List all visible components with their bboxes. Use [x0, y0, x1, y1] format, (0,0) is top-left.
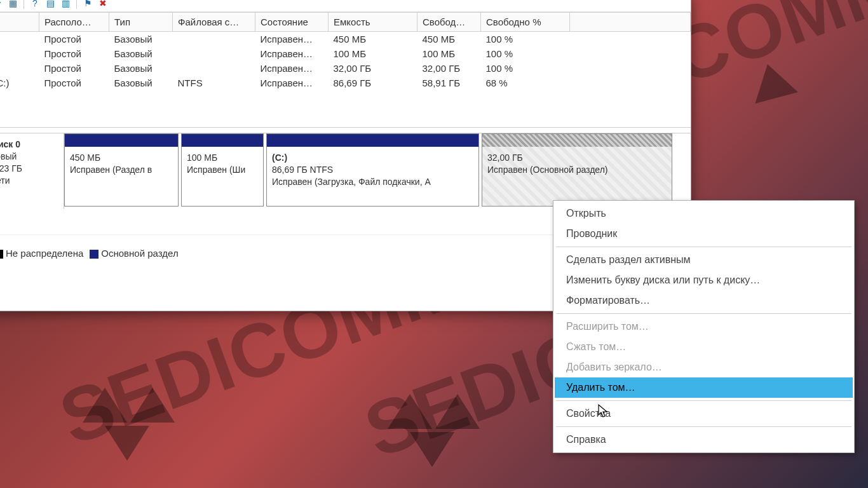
disk-title: Диск 0 [0, 139, 20, 149]
table-cell: Простой [39, 76, 109, 90]
toolbar-separator [76, 0, 77, 9]
disk-partitions: 450 МБИсправен (Раздел в100 МБИсправен (… [64, 133, 691, 209]
col-capacity[interactable]: Емкость [329, 13, 417, 32]
disk-info[interactable]: Диск 0 зовый 9,23 ГБ сети [0, 133, 64, 209]
disk-type: зовый [0, 151, 60, 163]
partition-status: Исправен (Загрузка, Файл подкачки, А [272, 176, 473, 188]
table-cell: Исправен… [255, 46, 329, 61]
table-cell: 68 % [481, 76, 570, 90]
table-cell: 100 % [481, 46, 570, 61]
table-cell: 450 МБ [417, 32, 481, 47]
partition-body: 100 МБИсправен (Ши [182, 147, 263, 179]
partition-size: 86,69 ГБ NTFS [272, 164, 473, 176]
table-cell: 32,00 ГБ [417, 61, 481, 76]
table-cell: 86,69 ГБ [329, 76, 417, 90]
table-cell: Простой [39, 32, 109, 47]
table-cell: Исправен… [255, 32, 329, 47]
table-row[interactable]: (C:)ПростойБазовыйNTFSИсправен…86,69 ГБ5… [0, 76, 691, 90]
partition-body: 32,00 ГБИсправен (Основной раздел) [482, 147, 672, 179]
table-cell: 58,91 ГБ [417, 76, 481, 90]
delete-icon[interactable]: ✖ [97, 0, 109, 9]
table-header-row: м Располо… Тип Файловая с… Состояние Емк… [0, 13, 691, 32]
table-row[interactable]: ПростойБазовыйИсправен…32,00 ГБ32,00 ГБ1… [0, 61, 691, 76]
partition-header [267, 134, 478, 147]
toolbar-separator [24, 0, 24, 9]
partition-size: 450 МБ [70, 152, 173, 164]
menu-item[interactable]: Сделать раздел активным [555, 250, 853, 270]
table-cell: 100 МБ [417, 46, 481, 61]
table-cell: NTFS [173, 76, 255, 90]
legend-swatch-primary [90, 250, 98, 259]
menu-item[interactable]: Проводник [555, 224, 853, 244]
table-cell: 100 МБ [329, 46, 417, 61]
partition-status: Исправен (Основной раздел) [487, 164, 667, 176]
table-row[interactable]: ПростойБазовыйИсправен…450 МБ450 МБ100 % [0, 32, 691, 47]
partition[interactable]: 450 МБИсправен (Раздел в [64, 133, 179, 207]
menu-item[interactable]: Форматировать… [555, 290, 853, 311]
table-cell [570, 32, 691, 47]
view1-icon[interactable]: ▤ [44, 0, 56, 9]
partition-status: Исправен (Ши [187, 164, 258, 176]
legend-swatch-unallocated [0, 250, 3, 259]
refresh-icon[interactable]: ⟳ [0, 0, 3, 9]
menu-item[interactable]: Удалить том… [555, 377, 853, 398]
context-menu: ОткрытьПроводникСделать раздел активнымИ… [553, 200, 855, 453]
menu-item[interactable]: Справка [555, 430, 853, 450]
table-cell: 32,00 ГБ [329, 61, 417, 76]
table-cell: 450 МБ [329, 32, 417, 47]
menu-item: Расширить том… [555, 316, 853, 337]
partition-size: 100 МБ [187, 152, 258, 164]
table-cell: 100 % [481, 61, 570, 76]
view2-icon[interactable]: ▥ [60, 0, 71, 9]
partition[interactable]: (C:)86,69 ГБ NTFSИсправен (Загрузка, Фай… [266, 133, 479, 207]
menu-item[interactable]: Свойства [555, 403, 853, 424]
partition-label: (C:) [272, 152, 473, 164]
partition-size: 32,00 ГБ [487, 152, 667, 164]
menu-separator [556, 426, 851, 427]
table-cell: Простой [39, 61, 109, 76]
col-type[interactable]: Тип [109, 13, 173, 32]
action-icon[interactable]: ⚑ [82, 0, 93, 9]
col-fs[interactable]: Файловая с… [173, 13, 255, 32]
partition[interactable]: 32,00 ГБИсправен (Основной раздел) [482, 133, 672, 207]
table-cell: (C:) [0, 76, 39, 90]
table-cell: Базовый [109, 76, 173, 90]
table-cell [0, 46, 39, 61]
legend-label-primary: Основной раздел [101, 248, 178, 259]
menu-separator [556, 313, 851, 314]
disk-size: 9,23 ГБ [0, 163, 60, 175]
disk-map: Диск 0 зовый 9,23 ГБ сети 450 МБИсправен… [0, 133, 691, 209]
toolbar: ⟳ ▦ ? ▤ ▥ ⚑ ✖ [0, 0, 691, 12]
table-cell [0, 61, 39, 76]
partition[interactable]: 100 МБИсправен (Ши [181, 133, 264, 207]
table-cell: 100 % [481, 32, 570, 47]
table-cell: Исправен… [255, 61, 329, 76]
table-cell [173, 46, 255, 61]
table-cell: Базовый [109, 32, 173, 47]
help-icon[interactable]: ? [29, 0, 41, 9]
menu-item: Добавить зеркало… [555, 357, 853, 377]
grid-icon[interactable]: ▦ [7, 0, 18, 9]
table-cell [570, 46, 691, 61]
menu-item: Сжать том… [555, 337, 853, 357]
col-volume[interactable]: м [0, 13, 39, 32]
menu-item[interactable]: Изменить букву диска или путь к диску… [555, 270, 853, 290]
table-cell: Базовый [109, 46, 173, 61]
table-cell: Исправен… [255, 76, 329, 90]
table-cell: Базовый [109, 61, 173, 76]
col-free[interactable]: Свобод… [417, 13, 481, 32]
table-cell [0, 32, 39, 47]
col-freepct[interactable]: Свободно % [481, 13, 570, 32]
partition-status: Исправен (Раздел в [70, 164, 173, 176]
menu-separator [556, 400, 851, 401]
menu-separator [556, 247, 851, 247]
partition-header [65, 134, 178, 147]
col-layout[interactable]: Располо… [39, 13, 109, 32]
col-status[interactable]: Состояние [255, 13, 329, 32]
menu-item[interactable]: Открыть [555, 203, 853, 224]
partition-header [482, 134, 672, 147]
volume-table: м Располо… Тип Файловая с… Состояние Емк… [0, 12, 691, 90]
partition-body: (C:)86,69 ГБ NTFSИсправен (Загрузка, Фай… [267, 147, 478, 191]
table-cell [570, 61, 691, 76]
table-row[interactable]: ПростойБазовыйИсправен…100 МБ100 МБ100 % [0, 46, 691, 61]
